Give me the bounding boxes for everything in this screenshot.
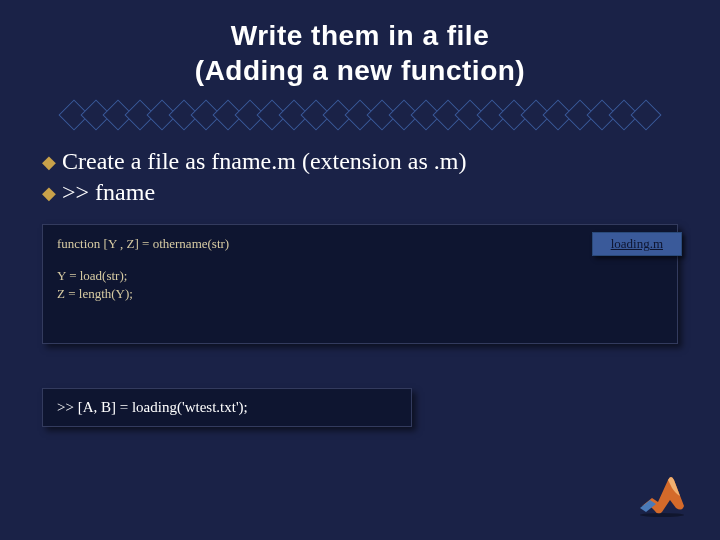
bullet-text-1: Create a file as fname.m (extension as .…: [62, 148, 467, 175]
bullet-diamond-icon: ◆: [42, 153, 56, 171]
bullet-item-1: ◆ Create a file as fname.m (extension as…: [42, 148, 678, 175]
function-code-box: function [Y , Z] = othername(str) Y = lo…: [42, 224, 678, 344]
code-line-1: function [Y , Z] = othername(str): [57, 235, 663, 253]
title-line-2: (Adding a new function): [40, 53, 680, 88]
svg-point-0: [640, 513, 684, 517]
bullet-text-2: >> fname: [62, 179, 155, 206]
bullet-list: ◆ Create a file as fname.m (extension as…: [0, 148, 720, 206]
bullet-item-2: ◆ >> fname: [42, 179, 678, 206]
decorative-diamond-divider: [0, 104, 720, 126]
code-line-2: Y = load(str);: [57, 267, 663, 285]
code-block-wrapper: function [Y , Z] = othername(str) Y = lo…: [42, 224, 678, 344]
command-text: >> [A, B] = loading('wtest.txt');: [57, 399, 248, 415]
command-window-box: >> [A, B] = loading('wtest.txt');: [42, 388, 412, 427]
bullet-diamond-icon: ◆: [42, 184, 56, 202]
code-line-3: Z = length(Y);: [57, 285, 663, 303]
title-line-1: Write them in a file: [40, 18, 680, 53]
matlab-logo-icon: [634, 472, 690, 518]
file-name-tab: loading.m: [592, 232, 682, 256]
slide-title-block: Write them in a file (Adding a new funct…: [0, 0, 720, 98]
